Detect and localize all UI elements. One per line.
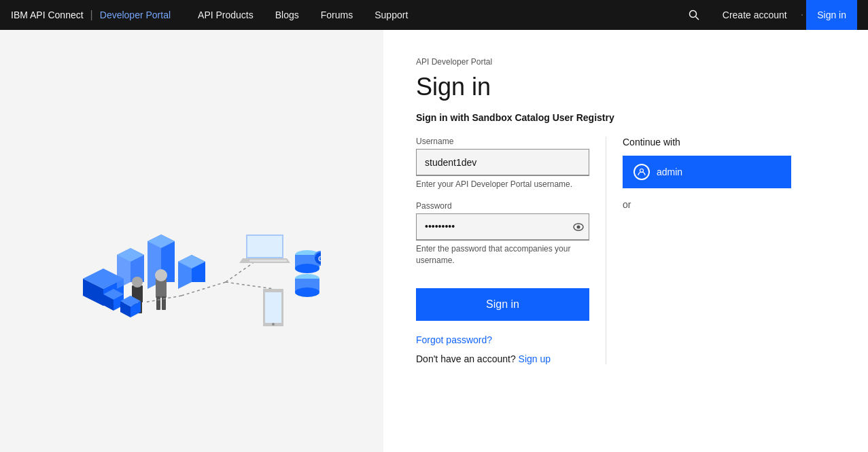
form-fields: Username Enter your API Developer Portal… (416, 137, 606, 364)
toggle-password-button[interactable] (573, 222, 584, 232)
left-panel: ⚙ (0, 30, 383, 452)
user-icon (638, 168, 646, 176)
signup-link[interactable]: Sign up (519, 353, 551, 364)
form-title: Sign in (416, 72, 835, 101)
password-label: Password (416, 201, 589, 211)
admin-button[interactable]: admin (623, 156, 791, 188)
svg-point-35 (295, 288, 319, 297)
nav-signin-button[interactable]: Sign in (806, 0, 857, 30)
svg-point-19 (155, 269, 167, 281)
username-hint: Enter your API Developer Portal username… (416, 179, 589, 190)
nav-right: Create account · Sign in (679, 0, 857, 30)
continue-with-section: Continue with admin or (606, 137, 791, 210)
brand-name: IBM API Connect (11, 10, 84, 20)
eye-icon (573, 222, 584, 232)
main-layout: ⚙ (0, 30, 868, 452)
svg-rect-18 (156, 279, 167, 298)
svg-rect-20 (156, 296, 160, 310)
svg-line-22 (181, 282, 226, 296)
svg-marker-39 (265, 292, 281, 323)
username-label: Username (416, 137, 589, 146)
navbar: IBM API Connect | Developer Portal API P… (0, 0, 868, 30)
form-subtitle: API Developer Portal (416, 57, 835, 67)
right-panel: API Developer Portal Sign in Sign in wit… (383, 30, 868, 452)
password-input[interactable] (416, 213, 589, 241)
username-input[interactable] (416, 149, 589, 176)
svg-point-40 (272, 323, 275, 326)
admin-icon-circle (633, 164, 650, 180)
isometric-illustration: ⚙ (63, 146, 321, 336)
svg-point-0 (689, 11, 696, 18)
password-wrapper (416, 213, 589, 241)
nav-support[interactable]: Support (364, 0, 419, 30)
svg-point-15 (132, 277, 143, 288)
nav-forums[interactable]: Forums (310, 0, 364, 30)
forgot-password-link[interactable]: Forgot password? (416, 334, 589, 345)
svg-point-48 (577, 225, 580, 228)
admin-label: admin (657, 167, 682, 177)
nav-links: API Products Blogs Forums Support (187, 0, 419, 30)
nav-divider: | (90, 9, 93, 21)
no-account-text: Don't have an account? (416, 353, 516, 364)
illustration: ⚙ (63, 146, 321, 336)
svg-rect-29 (249, 260, 287, 262)
password-hint: Enter the password that accompanies your… (416, 243, 589, 266)
username-group: Username Enter your API Developer Portal… (416, 137, 589, 190)
continue-with-title: Continue with (623, 137, 791, 147)
nav-portal-label: Developer Portal (100, 10, 171, 20)
create-account-link[interactable]: Create account (712, 0, 798, 30)
nav-blogs[interactable]: Blogs (264, 0, 310, 30)
form-body: Username Enter your API Developer Portal… (416, 137, 835, 364)
svg-line-1 (695, 17, 699, 20)
form-registry-label: Sign in with Sandbox Catalog User Regist… (416, 112, 835, 123)
svg-text:⚙: ⚙ (317, 254, 322, 264)
svg-marker-27 (247, 236, 282, 257)
signup-text: Don't have an account? Sign up (416, 353, 589, 364)
or-text: or (623, 199, 791, 210)
password-group: Password Enter the password that accompa… (416, 201, 589, 266)
nav-api-products[interactable]: API Products (187, 0, 264, 30)
svg-point-32 (295, 264, 319, 273)
signin-button[interactable]: Sign in (416, 288, 589, 321)
search-button[interactable] (679, 0, 709, 30)
nav-separator-dot: · (801, 9, 803, 21)
svg-line-23 (226, 282, 273, 289)
search-icon (689, 10, 699, 20)
